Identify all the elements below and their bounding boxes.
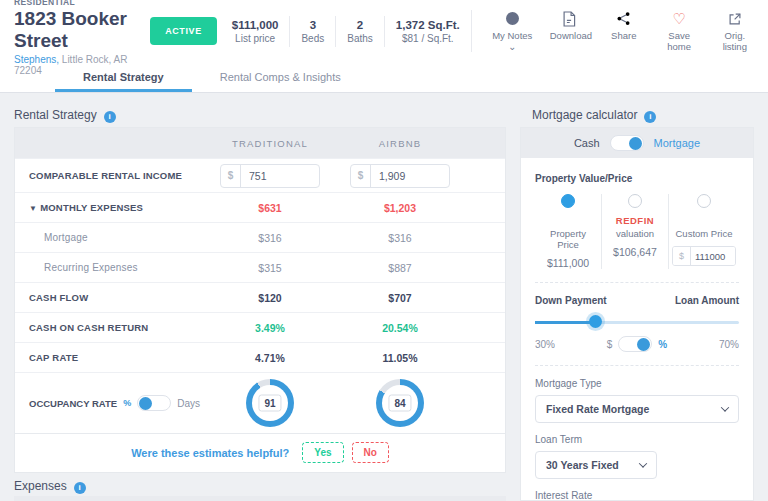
info-icon[interactable]: i (644, 111, 656, 123)
tab-rental-comps-insights[interactable]: Rental Comps & Insights (192, 62, 369, 92)
save-home-button[interactable]: ♡ Save home (660, 10, 699, 52)
pdf-download-icon (550, 10, 588, 27)
stat-beds: 3 Beds (289, 16, 335, 47)
orig-listing-button[interactable]: Orig. listing (716, 10, 754, 52)
mortgage-traditional: $316 (205, 232, 335, 244)
down-payment-scale: 30% $ % 70% (535, 336, 739, 352)
down-payment-header: Down Payment Loan Amount (535, 295, 739, 306)
mortgage-type-value: Fixed Rate Mortgage (546, 403, 649, 415)
stat-list-price: $111,000 List price (221, 16, 290, 47)
external-link-icon (716, 10, 754, 27)
mortgage-type-select[interactable]: Fixed Rate Mortgage (535, 395, 739, 423)
option-property-price: Property Price $111,000 (535, 194, 601, 269)
download-button[interactable]: Download (550, 10, 588, 52)
feedback-no-button[interactable]: No (352, 442, 389, 463)
expenses-table-header-partial (14, 496, 506, 501)
traditional-occupancy-donut: 91 (246, 379, 294, 427)
stat-sqft: 1,372 Sq.Ft. $81 / Sq.Ft. (384, 16, 471, 47)
loan-term-select[interactable]: 30 Years Fixed (535, 451, 657, 479)
row-comparable-rental-income: COMPARABLE RENTAL INCOME $ $ (15, 158, 505, 192)
row-cap-rate: CAP RATE 4.71% 11.05% (15, 342, 505, 372)
recurring-airbnb: $887 (335, 262, 465, 274)
status-badge: ACTIVE (150, 17, 217, 45)
airbnb-income-input[interactable] (371, 170, 443, 182)
baths-value: 2 (347, 19, 373, 31)
column-airbnb: AIRBNB (335, 138, 465, 149)
cash-on-cash-label: CASH ON CASH RETURN (15, 322, 205, 333)
slider-knob[interactable] (589, 315, 602, 328)
airbnb-income-input-group: $ (350, 164, 450, 188)
cash-mortgage-toggle[interactable] (610, 135, 644, 151)
feedback-question: Were these estimates helpful? (131, 447, 289, 459)
row-cash-flow: CASH FLOW $120 $707 (15, 282, 505, 312)
airbnb-occupancy-donut: 84 (376, 379, 424, 427)
custom-price-input[interactable] (691, 247, 735, 265)
row-recurring-expenses: Recurring Expenses $315 $887 (15, 252, 505, 282)
mortgage-calculator-panel: Cash Mortgage Property Value/Price Prope… (520, 127, 754, 501)
mortgage-calculator-title-text: Mortgage calculator (532, 108, 637, 122)
option-custom-price: Custom Price $ (668, 194, 739, 269)
column-traditional: TRADITIONAL (205, 138, 335, 149)
percent-unit-label[interactable]: % (658, 339, 667, 350)
expenses-title-text: Expenses (14, 479, 67, 493)
rental-strategy-table: TRADITIONAL AIRBNB COMPARABLE RENTAL INC… (14, 127, 506, 473)
occupancy-unit-toggle[interactable] (137, 395, 171, 411)
mortgage-calculator-title: Mortgage calculatori (532, 108, 656, 123)
loan-term-label: Loan Term (535, 434, 739, 445)
option-redfin-valuation: REDFIN valuation $106,647 (601, 194, 668, 269)
property-price-name: Property Price (538, 228, 598, 250)
info-icon[interactable]: i (74, 482, 86, 494)
loan-amount-label: Loan Amount (675, 295, 739, 306)
divider (535, 365, 739, 366)
collapse-triangle-icon[interactable]: ▼ (29, 204, 37, 213)
property-price-radio[interactable] (561, 194, 575, 208)
save-home-label: Save home (667, 30, 691, 52)
expenses-title: Expensesi (14, 479, 86, 494)
payment-mode-toggle-row: Cash Mortgage (521, 128, 753, 158)
down-payment-slider[interactable] (535, 315, 739, 329)
traditional-income-input[interactable] (241, 170, 313, 182)
header-actions: My Notes ⌄ Download Share ♡ Save home Or… (471, 10, 754, 52)
mortgage-expense-label: Mortgage (15, 232, 205, 243)
cash-option-label[interactable]: Cash (574, 137, 600, 149)
property-address: 1823 Booker Street (14, 8, 134, 52)
cap-rate-airbnb: 11.05% (335, 352, 465, 364)
info-icon[interactable]: i (104, 111, 116, 123)
dollar-unit-label[interactable]: $ (607, 339, 613, 350)
mortgage-option-label[interactable]: Mortgage (654, 137, 700, 149)
property-stats: $111,000 List price 3 Beds 2 Baths 1,372… (221, 16, 471, 47)
cash-flow-airbnb: $707 (335, 292, 465, 304)
row-occupancy-rate: OCCUPANCY RATE % Days 91 84 (15, 372, 505, 433)
dollar-icon: $ (673, 247, 691, 265)
airbnb-occupancy-value: 84 (388, 395, 411, 412)
cap-rate-traditional: 4.71% (205, 352, 335, 364)
cash-flow-label: CASH FLOW (15, 292, 205, 303)
city-link[interactable]: Stephens, (14, 54, 59, 65)
cap-rate-label: CAP RATE (15, 352, 205, 363)
redfin-valuation-name: valuation (605, 228, 665, 239)
share-button[interactable]: Share (605, 10, 643, 52)
occupancy-rate-label: OCCUPANCY RATE (29, 398, 117, 409)
table-header-row: TRADITIONAL AIRBNB (15, 128, 505, 158)
property-location: Stephens, Little Rock, AR 72204 (14, 54, 134, 76)
recurring-traditional: $315 (205, 262, 335, 274)
custom-price-input-group: $ (672, 246, 736, 266)
redfin-valuation-radio[interactable] (628, 194, 642, 208)
orig-listing-label: Orig. listing (723, 30, 747, 52)
share-icon (605, 10, 643, 27)
list-price-value: $111,000 (232, 19, 279, 31)
beds-label: Beds (301, 33, 324, 44)
redfin-logo: REDFIN (605, 215, 665, 228)
mortgage-airbnb: $316 (335, 232, 465, 244)
beds-value: 3 (301, 19, 324, 31)
dollar-percent-toggle[interactable] (618, 336, 652, 352)
heart-icon: ♡ (672, 12, 685, 25)
custom-price-radio[interactable] (697, 194, 711, 208)
recurring-expenses-label: Recurring Expenses (15, 262, 205, 273)
chevron-down-icon (721, 403, 729, 411)
cash-flow-traditional: $120 (205, 292, 335, 304)
my-notes-button[interactable]: My Notes ⌄ (492, 10, 533, 52)
feedback-yes-button[interactable]: Yes (302, 442, 343, 463)
dollar-icon: $ (221, 165, 241, 187)
down-payment-min: 30% (535, 339, 555, 350)
